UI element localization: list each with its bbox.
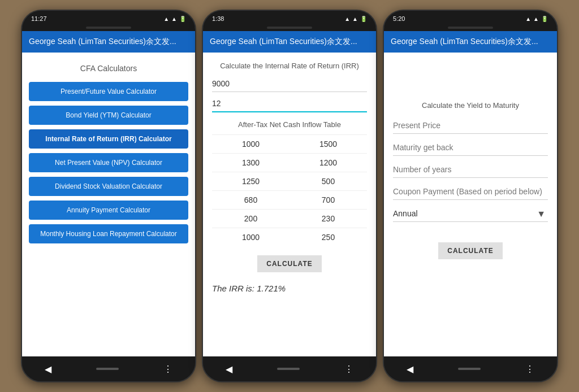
irr-title: Calculate the Internal Rate of Return (I…	[212, 62, 367, 70]
cf-cell: 200	[212, 210, 290, 228]
btn-dividend[interactable]: Dividend Stock Valuation Calculator	[29, 177, 188, 196]
table-row: 1000 1500	[212, 135, 367, 154]
table-row: 200 230	[212, 210, 367, 228]
app-title-3: George Seah (LimTan Securities)余文发...	[391, 37, 538, 46]
cf-cell: 250	[290, 228, 367, 247]
back-btn-1[interactable]: ◀	[45, 364, 51, 374]
screen-1: CFA Calculators Present/Future Value Cal…	[22, 53, 195, 356]
cfa-screen: CFA Calculators Present/Future Value Cal…	[22, 53, 195, 255]
phone-1: 11:27 ▲ ▲ 🔋 George Seah (LimTan Securiti…	[21, 10, 196, 382]
present-price-input[interactable]	[393, 117, 548, 134]
cf-cell: 230	[290, 210, 367, 228]
btn-npv[interactable]: Net Present Value (NPV) Calculator	[29, 153, 188, 172]
signal-icon-3: ▲	[525, 16, 531, 22]
back-btn-3[interactable]: ◀	[407, 364, 413, 374]
status-icons-2: ▲ ▲ 🔋	[344, 16, 367, 22]
bottom-bar-2: ◀ ⋮	[203, 356, 376, 381]
period-dropdown[interactable]: Annual Semi-Annual Quarterly Monthly	[393, 206, 548, 222]
battery-icon-2: 🔋	[360, 16, 367, 22]
cf-cell: 700	[290, 191, 367, 210]
signal-icon-2: ▲	[344, 16, 350, 22]
phone-3: 5:20 ▲ ▲ 🔋 George Seah (LimTan Securitie…	[383, 10, 558, 382]
cf-cell: 1000	[212, 135, 290, 154]
wifi-icon-2: ▲	[352, 16, 358, 22]
cf-cell: 1200	[290, 154, 367, 172]
cf-cell: 1500	[290, 135, 367, 154]
cf-cell: 500	[290, 172, 367, 191]
screen-3: Calculate the Yield to Maturity Annual S…	[384, 53, 557, 356]
status-bar-2: 1:38 ▲ ▲ 🔋	[203, 11, 376, 27]
calculate-btn-irr[interactable]: CALCULATE	[257, 255, 321, 272]
ytm-screen: Calculate the Yield to Maturity Annual S…	[384, 53, 557, 274]
coupon-payment-input[interactable]	[393, 184, 548, 200]
time-3: 5:20	[393, 15, 405, 22]
phone-2: 1:38 ▲ ▲ 🔋 George Seah (LimTan Securitie…	[202, 10, 377, 382]
status-bar-3: 5:20 ▲ ▲ 🔋	[384, 11, 557, 27]
back-btn-2[interactable]: ◀	[226, 364, 232, 374]
status-bar-1: 11:27 ▲ ▲ 🔋	[22, 11, 195, 27]
table-row: 1300 1200	[212, 154, 367, 172]
app-header-2: George Seah (LimTan Securities)余文发...	[203, 31, 376, 53]
ytm-title: Calculate the Yield to Maturity	[393, 101, 548, 110]
table-row: 1250 500	[212, 172, 367, 191]
app-title-1: George Seah (LimTan Securities)余文发...	[29, 37, 176, 46]
period-dropdown-wrapper: Annual Semi-Annual Quarterly Monthly ▼	[393, 206, 548, 222]
cf-cell: 680	[212, 191, 290, 210]
btn-loan[interactable]: Monthly Housing Loan Repayment Calculato…	[29, 224, 188, 243]
screen-2: Calculate the Internal Rate of Return (I…	[203, 53, 376, 356]
app-header-3: George Seah (LimTan Securities)余文发...	[384, 31, 557, 53]
table-row: 680 700	[212, 191, 367, 210]
cfa-title: CFA Calculators	[80, 64, 137, 73]
home-indicator-1[interactable]	[96, 368, 119, 370]
btn-irr[interactable]: Internal Rate of Return (IRR) Calculator	[29, 129, 188, 149]
app-title-2: George Seah (LimTan Securities)余文发...	[210, 37, 357, 46]
status-icons-1: ▲ ▲ 🔋	[163, 16, 186, 22]
home-indicator-2[interactable]	[277, 368, 300, 370]
btn-present-future[interactable]: Present/Future Value Calculator	[29, 82, 188, 101]
time-1: 11:27	[31, 15, 47, 22]
maturity-getback-input[interactable]	[393, 140, 548, 156]
battery-icon-3: 🔋	[541, 16, 548, 22]
home-indicator-3[interactable]	[458, 368, 481, 370]
wifi-icon: ▲	[171, 16, 177, 22]
irr-result: The IRR is: 1.721%	[212, 284, 367, 293]
speaker-2	[267, 27, 312, 29]
btn-bond-yield[interactable]: Bond Yield (YTM) Calculator	[29, 106, 188, 125]
speaker-3	[448, 27, 493, 29]
menu-btn-3[interactable]: ⋮	[525, 364, 534, 374]
cf-cell: 1300	[212, 154, 290, 172]
time-2: 1:38	[212, 15, 224, 22]
signal-icon: ▲	[163, 16, 169, 22]
bottom-bar-1: ◀ ⋮	[22, 356, 195, 381]
menu-btn-2[interactable]: ⋮	[344, 364, 353, 374]
phones-container: 11:27 ▲ ▲ 🔋 George Seah (LimTan Securiti…	[0, 0, 579, 392]
cf-cell: 1250	[212, 172, 290, 191]
status-icons-3: ▲ ▲ 🔋	[525, 16, 548, 22]
table-row: 1000 250	[212, 228, 367, 247]
years-ytm-input[interactable]	[393, 162, 548, 178]
bottom-bar-3: ◀ ⋮	[384, 356, 557, 381]
battery-icon: 🔋	[179, 16, 186, 22]
wifi-icon-3: ▲	[533, 16, 539, 22]
cf-cell: 1000	[212, 228, 290, 247]
calculate-btn-ytm[interactable]: CALCULATE	[438, 242, 502, 259]
irr-screen: Calculate the Internal Rate of Return (I…	[203, 53, 376, 302]
initial-investment-input[interactable]	[212, 76, 367, 92]
years-input[interactable]	[212, 95, 367, 112]
app-header-1: George Seah (LimTan Securities)余文发...	[22, 31, 195, 53]
menu-btn-1[interactable]: ⋮	[163, 364, 172, 374]
btn-annuity[interactable]: Annuity Payment Calculator	[29, 201, 188, 220]
table-title: After-Tax Net Cash Inflow Table	[212, 120, 367, 129]
cash-flow-table: 1000 1500 1300 1200 1250 500 680 700	[212, 134, 367, 246]
speaker-1	[86, 27, 131, 29]
